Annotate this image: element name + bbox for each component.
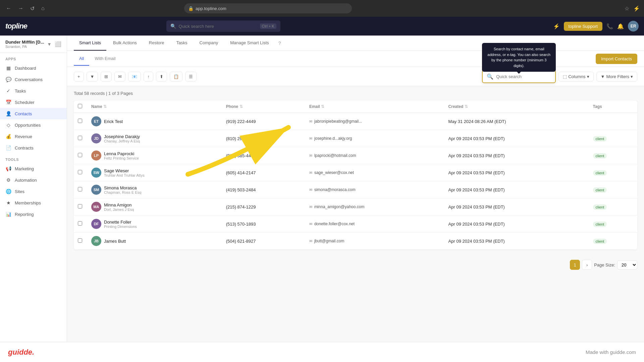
sidebar-item-conversations[interactable]: 💬 Conversations xyxy=(0,74,67,85)
row-checkbox-4[interactable] xyxy=(78,187,82,191)
doc-button[interactable]: 📋 xyxy=(170,72,182,81)
star-button[interactable]: ☆ xyxy=(625,5,629,12)
contact-avatar-1: JD xyxy=(91,133,101,143)
page-size-select[interactable]: 20 50 100 xyxy=(617,260,637,269)
tag-badge-3[interactable]: client xyxy=(593,170,607,176)
email-cell-6: ✉ donette.foller@cox.net xyxy=(309,222,440,226)
tab-smart-lists[interactable]: Smart Lists xyxy=(74,36,106,51)
contact-name-5[interactable]: Minna Amigon xyxy=(104,202,134,207)
sidebar-item-sites[interactable]: 🌐 Sites xyxy=(0,186,67,197)
contact-sub-5: Dorl, James J Esq xyxy=(104,207,134,212)
created-cell-1: Apr 09 2024 03:53 PM (EDT) xyxy=(444,130,589,147)
upload1-button[interactable]: ↑ xyxy=(144,72,153,81)
tag-badge-6[interactable]: client xyxy=(593,222,607,227)
row-checkbox-7[interactable] xyxy=(78,238,82,243)
contact-name-4[interactable]: Simona Morasca xyxy=(104,185,141,190)
row-checkbox-6[interactable] xyxy=(78,221,82,226)
sidebar: Dunder Mifflin [D... Scranton, PA ▾ ⬜ Ap… xyxy=(0,36,67,342)
email-cell-5: ✉ minna_amigon@yahoo.com xyxy=(309,204,440,209)
table-header-row: Name ⇅ Phone ⇅ Email ⇅ Created ⇅ Tags xyxy=(74,101,637,113)
page-next-button[interactable]: › xyxy=(582,260,592,270)
tab-manage-smart-lists[interactable]: Manage Smart Lists xyxy=(225,36,274,51)
view-tabs-bar: All With Email Import Contacts xyxy=(67,51,644,67)
browser-right-icons: ☆ ⚡ xyxy=(625,5,640,12)
tab-with-email[interactable]: With Email xyxy=(89,52,121,66)
email-value-1: josephine.d...akjy.org xyxy=(314,136,352,141)
url-bar[interactable]: 🔒 app.topline.com xyxy=(184,3,352,13)
guidde-tagline: Made with guidde.com xyxy=(586,349,636,355)
tag-badge-7[interactable]: client xyxy=(593,239,607,244)
sidebar-item-automation[interactable]: ⚙ Automation xyxy=(0,174,67,186)
extensions-button[interactable]: ⚡ xyxy=(633,5,640,12)
refresh-button[interactable]: ↺ xyxy=(28,4,37,13)
back-button[interactable]: ← xyxy=(4,4,13,13)
tab-restore[interactable]: Restore xyxy=(144,36,170,51)
contact-name-3[interactable]: Sage Wieser xyxy=(104,168,145,173)
table-info: Total 58 records | 1 of 3 Pages xyxy=(74,86,637,101)
contact-sub-3: Truhlar And Truhlar Attys xyxy=(104,173,145,177)
support-button[interactable]: topline Support xyxy=(564,22,602,31)
tab-company[interactable]: Company xyxy=(194,36,224,51)
upload2-button[interactable]: ⬆ xyxy=(156,72,167,81)
phone-cell-1: (810) 292-9388 xyxy=(222,130,305,147)
sidebar-item-contacts[interactable]: 👤 Contacts xyxy=(0,108,67,119)
header-search[interactable]: 🔍 Ctrl + K xyxy=(166,20,280,32)
contacts-icon: 👤 xyxy=(5,111,11,117)
page-1-button[interactable]: 1 xyxy=(570,260,580,270)
sidebar-item-opportunities[interactable]: ◇ Opportunities xyxy=(0,119,67,131)
email-button[interactable]: 📧 xyxy=(128,72,141,81)
sidebar-item-scheduler[interactable]: 📅 Scheduler xyxy=(0,97,67,108)
tab-bulk-actions[interactable]: Bulk Actions xyxy=(108,36,142,51)
workspace-toggle[interactable]: ▾ xyxy=(48,41,51,47)
sidebar-label-tasks: Tasks xyxy=(15,88,26,94)
col-tags: Tags xyxy=(589,101,637,113)
user-avatar[interactable]: ER xyxy=(628,21,639,32)
tab-tasks[interactable]: Tasks xyxy=(171,36,193,51)
filter-button[interactable]: ▼ xyxy=(87,72,98,81)
app-wrapper: topline 🔍 Ctrl + K ⚡ topline Support 📞 🔔… xyxy=(0,17,644,362)
add-contact-button[interactable]: + xyxy=(74,72,84,81)
sidebar-item-tasks[interactable]: ✓ Tasks xyxy=(0,85,67,97)
contact-name-7[interactable]: James Butt xyxy=(104,239,126,244)
quick-search-input[interactable] xyxy=(496,74,552,79)
sidebar-item-dashboard[interactable]: ▦ Dashboard xyxy=(0,62,67,74)
columns-button[interactable]: ⬚ Columns ▾ xyxy=(558,72,593,81)
sidebar-item-reporting[interactable]: 📊 Reporting xyxy=(0,208,67,220)
help-icon[interactable]: ? xyxy=(278,41,281,46)
lightning-button[interactable]: ⚡ xyxy=(553,23,560,29)
sidebar-collapse-btn[interactable]: ⬜ xyxy=(55,41,61,47)
row-checkbox-1[interactable] xyxy=(78,136,82,140)
tag-badge-4[interactable]: client xyxy=(593,187,607,193)
contact-name-1[interactable]: Josephine Darakjy xyxy=(104,134,140,139)
contact-name-6[interactable]: Donette Foller xyxy=(104,220,137,225)
tab-all[interactable]: All xyxy=(74,52,89,66)
created-cell-4: Apr 09 2024 03:53 PM (EDT) xyxy=(444,181,589,198)
row-checkbox-2[interactable] xyxy=(78,153,82,157)
list-button[interactable]: ☰ xyxy=(185,72,197,81)
group-button[interactable]: ⊞ xyxy=(101,72,112,81)
sms-button[interactable]: ✉ xyxy=(114,72,125,81)
contact-name-0[interactable]: Erick Test xyxy=(104,119,123,124)
phone-button[interactable]: 📞 xyxy=(606,23,613,29)
row-checkbox-3[interactable] xyxy=(78,170,82,174)
apps-section-label: Apps xyxy=(0,53,67,62)
contact-name-2[interactable]: Lenna Paprocki xyxy=(104,151,139,156)
forward-button[interactable]: → xyxy=(16,4,25,13)
more-filters-button[interactable]: ▼ More Filters ▾ xyxy=(596,72,638,81)
tag-badge-5[interactable]: client xyxy=(593,204,607,210)
select-all-checkbox[interactable] xyxy=(78,104,82,108)
sidebar-item-marketing[interactable]: 📢 Marketing xyxy=(0,163,67,174)
import-contacts-button[interactable]: Import Contacts xyxy=(596,54,637,64)
bell-button[interactable]: 🔔 xyxy=(617,23,624,29)
tag-badge-2[interactable]: client xyxy=(593,153,607,159)
sidebar-item-revenue[interactable]: 💰 Revenue xyxy=(0,131,67,142)
sidebar-item-contracts[interactable]: 📄 Contracts xyxy=(0,142,67,154)
workspace-selector[interactable]: Dunder Mifflin [D... Scranton, PA ▾ ⬜ xyxy=(0,36,67,53)
row-checkbox-5[interactable] xyxy=(78,204,82,208)
row-checkbox-0[interactable] xyxy=(78,119,82,123)
home-button[interactable]: ⌂ xyxy=(39,4,47,13)
sidebar-item-memberships[interactable]: ★ Memberships xyxy=(0,197,67,208)
sidebar-label-automation: Automation xyxy=(15,178,37,183)
tag-badge-1[interactable]: client xyxy=(593,136,607,141)
header-search-input[interactable] xyxy=(179,24,257,29)
